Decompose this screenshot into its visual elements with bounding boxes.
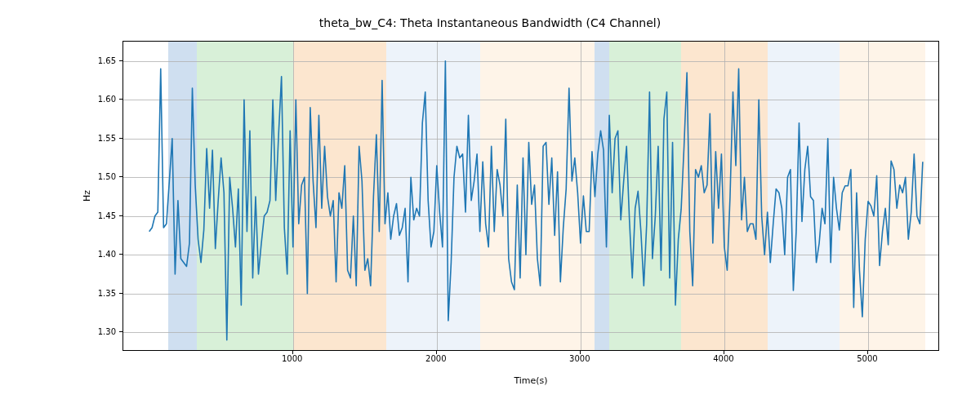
y-tick-mark [119, 293, 122, 294]
chart-figure: theta_bw_C4: Theta Instantaneous Bandwid… [0, 0, 980, 408]
y-tick-mark [119, 60, 122, 61]
x-tick-label: 1000 [282, 354, 302, 363]
chart-title: theta_bw_C4: Theta Instantaneous Bandwid… [0, 16, 980, 29]
y-tick-label: 1.55 [0, 133, 116, 142]
x-tick-label: 3000 [569, 354, 590, 363]
y-tick-mark [119, 99, 122, 100]
x-tick-label: 4000 [713, 354, 733, 363]
y-tick-mark [119, 176, 122, 177]
y-tick-mark [119, 254, 122, 255]
x-tick-label: 2000 [425, 354, 446, 363]
y-tick-label: 1.30 [0, 327, 116, 336]
y-tick-label: 1.50 [0, 172, 116, 181]
y-tick-mark [119, 138, 122, 139]
x-tick-label: 5000 [857, 354, 877, 363]
series-line [149, 61, 923, 340]
y-tick-mark [119, 215, 122, 216]
plot-area [122, 41, 939, 351]
y-tick-label: 1.45 [0, 211, 116, 220]
y-tick-label: 1.65 [0, 55, 116, 64]
y-tick-mark [119, 331, 122, 332]
y-tick-label: 1.40 [0, 250, 116, 259]
y-axis-label: Hz [82, 41, 92, 351]
y-tick-label: 1.35 [0, 288, 116, 297]
x-axis-label: Time(s) [122, 375, 939, 386]
y-tick-label: 1.60 [0, 95, 116, 104]
line-series [123, 42, 939, 351]
